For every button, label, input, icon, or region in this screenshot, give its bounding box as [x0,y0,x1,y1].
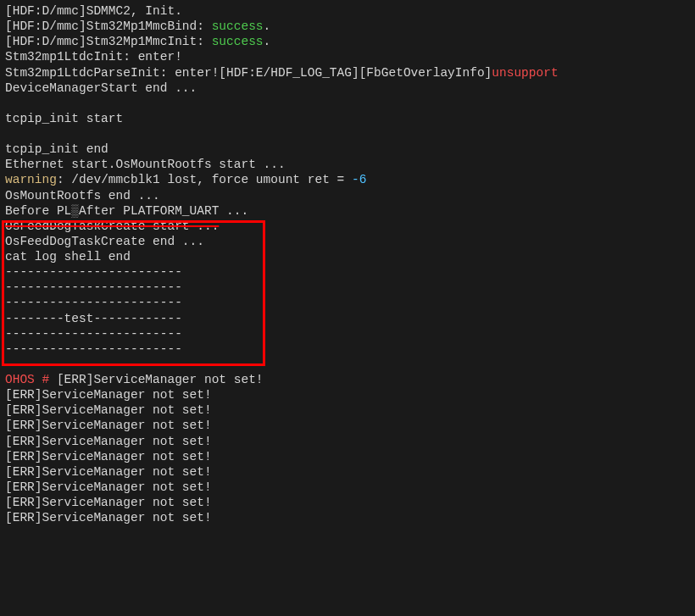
text-segment: OsFeedDogTaskCreate end ... [5,235,204,248]
terminal-line: ------------------------ [5,341,690,357]
terminal-line: tcpip_init end [5,142,690,157]
terminal-line: Before PL▒After PLATFORM_UART ... [5,203,690,219]
terminal-line: [ERR]ServiceManager not set! [5,402,690,418]
text-segment: tcpip_init end [5,142,108,156]
text-segment: Stm32mp1LtdcParseInit: enter![HDF:E/HDF_… [5,66,492,80]
terminal-line: OsMountRootfs end ... [5,188,690,203]
terminal-line: OsFeedDogTaskCreate end ... [5,234,690,249]
terminal-line: Stm32mp1LtdcParseInit: enter![HDF:E/HDF_… [5,65,690,80]
text-segment: [ERR]ServiceManager not set! [5,419,212,432]
terminal-line: [ERR]ServiceManager not set! [5,434,690,449]
terminal-line [5,357,690,372]
text-segment: ------------------------ [5,296,182,309]
text-segment: [ERR]ServiceManager not set! [5,388,212,402]
terminal-line: [HDF:D/mmc]Stm32Mp1MmcBind: success. [5,19,690,34]
text-segment: [ERR]ServiceManager not set! [5,450,212,463]
text-segment: [ERR]ServiceManager not set! [57,373,264,386]
text-segment: . [264,35,271,48]
text-segment: . [264,19,271,33]
text-segment: OsMountRootfs end ... [5,189,160,203]
terminal-line: Stm32mp1LtdcInit: enter! [5,49,690,64]
text-segment: OHOS # [5,373,57,386]
terminal-line: Ethernet start.OsMountRootfs start ... [5,157,690,172]
text-segment: warning [5,173,57,186]
text-segment: [HDF:D/mmc]Stm32Mp1MmcBind: [5,19,212,33]
terminal-line: [HDF:D/mmc]SDMMC2, Init. [5,3,690,19]
text-segment: After PLATFORM_UART ... [79,204,248,218]
text-segment: [HDF:D/mmc]Stm32Mp1MmcInit: [5,35,212,48]
terminal-line: ------------------------ [5,326,690,341]
terminal-line: [ERR]ServiceManager not set! [5,510,690,525]
text-segment: [HDF:D/mmc]SDMMC2, Init. [5,4,182,18]
text-segment: -6 [352,173,366,186]
terminal-line: [ERR]ServiceManager not set! [5,464,690,480]
text-segment: [ERR]ServiceManager not set! [5,511,212,524]
terminal-line: ------------------------ [5,295,690,310]
text-segment: success [212,35,264,48]
terminal-line: [ERR]ServiceManager not set! [5,387,690,402]
text-segment: [ERR]ServiceManager not set! [5,435,212,448]
terminal-line [5,126,690,142]
text-segment: ------------------------ [5,265,182,279]
terminal-line: [ERR]ServiceManager not set! [5,449,690,464]
terminal-line: ------------------------ [5,264,690,280]
text-segment: Before PL [5,204,71,218]
terminal-line: OHOS # [ERR]ServiceManager not set! [5,372,690,387]
terminal-line: --------test------------ [5,311,690,326]
text-segment: Stm32mp1LtdcInit: enter! [5,50,182,64]
text-segment: success [212,19,264,33]
terminal-line: ------------------------ [5,280,690,295]
text-segment: cat log shell end [5,250,131,264]
terminal-line: [ERR]ServiceManager not set! [5,495,690,510]
text-segment: Ethernet start.OsMountRootfs start ... [5,158,286,171]
text-segment: [ERR]ServiceManager not set! [5,496,212,509]
text-segment: --------test------------ [5,312,182,325]
terminal-line: DeviceManagerStart end ... [5,80,690,96]
text-segment: unsupport [492,66,558,80]
terminal-line: [ERR]ServiceManager not set! [5,418,690,433]
terminal-line [5,96,690,111]
text-segment: DeviceManagerStart end ... [5,81,197,95]
text-segment: ------------------------ [5,280,182,294]
text-segment: [ERR]ServiceManager not set! [5,480,212,494]
terminal-line: warning: /dev/mmcblk1 lost, force umount… [5,172,690,187]
text-segment: ------------------------ [5,342,182,356]
terminal-line: tcpip_init start [5,111,690,126]
text-segment: [ERR]ServiceManager not set! [5,403,212,417]
text-segment: [ERR]ServiceManager not set! [5,465,212,479]
terminal-line: [HDF:D/mmc]Stm32Mp1MmcInit: success. [5,34,690,49]
terminal-output: [HDF:D/mmc]SDMMC2, Init.[HDF:D/mmc]Stm32… [5,3,690,525]
terminal-line: cat log shell end [5,249,690,264]
text-segment: tcpip_init start [5,112,123,125]
text-segment: ▒ [71,204,79,218]
text-segment: OsFeedDogTaskCreate start ... [5,219,219,233]
terminal-line: [ERR]ServiceManager not set! [5,480,690,495]
text-segment: : /dev/mmcblk1 lost, force umount ret = [57,173,352,186]
terminal-line: OsFeedDogTaskCreate start ... [5,219,690,234]
text-segment: ------------------------ [5,327,182,341]
